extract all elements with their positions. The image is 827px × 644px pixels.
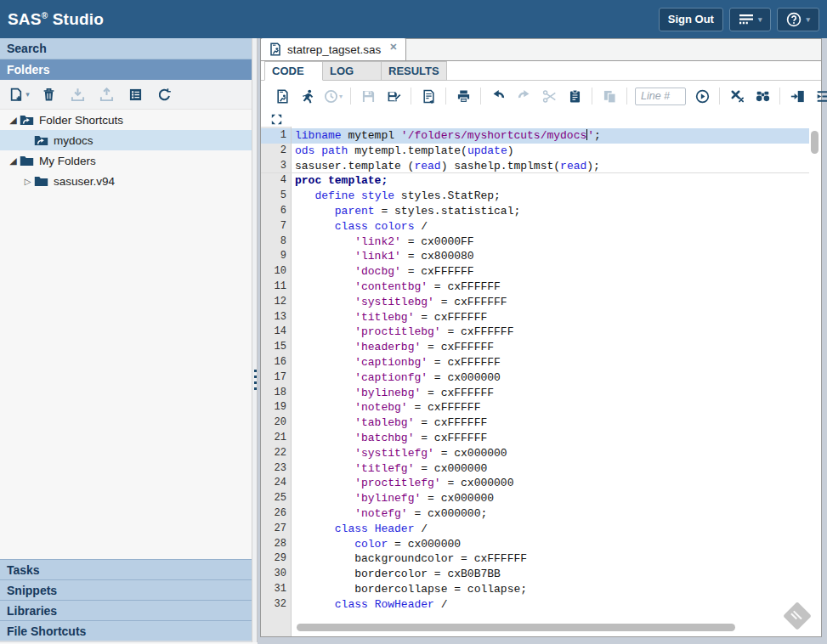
print-button[interactable] [450, 84, 476, 108]
new-item-button[interactable]: ▾ [5, 82, 34, 106]
undo-icon [491, 89, 506, 104]
line-number: 6 [261, 204, 292, 219]
shortcut-folder-icon [20, 114, 34, 127]
format-code-icon [816, 89, 827, 104]
vertical-scrollbar [811, 129, 819, 618]
code-line: 13 'titlebg' = cxFFFFFF [261, 310, 809, 325]
program-summary-button[interactable] [416, 84, 441, 108]
folders-toolbar: ▾ [0, 80, 252, 110]
tree-expanded-caret-icon[interactable]: ◢ [7, 115, 20, 126]
toolbar-separator [480, 88, 481, 105]
find-replace-icon [756, 89, 770, 104]
cut-icon [542, 89, 557, 104]
line-number: 14 [261, 325, 292, 340]
code-line: 14 'proctitlebg' = cxFFFFFF [261, 325, 809, 340]
line-number: 21 [261, 431, 292, 446]
code-text: class colors / [292, 219, 809, 234]
run-button[interactable] [295, 84, 320, 108]
sidebar-section-snippets[interactable]: Snippets [0, 579, 252, 600]
tree-item-mydocs[interactable]: mydocs [0, 130, 252, 150]
tree-collapsed-caret-icon[interactable]: ▷ [21, 177, 34, 186]
go-to-line-button[interactable] [689, 84, 715, 108]
sas-studio-window: SAS® Studio Sign Out ▾ ▾ Search Folders … [0, 0, 827, 644]
delete-button[interactable] [34, 82, 63, 106]
code-line: 31 bordercollapse = collapse; [261, 582, 809, 597]
code-editor[interactable]: 1libname mytempl '/folders/myshortcuts/m… [261, 127, 821, 636]
format-code-button[interactable] [810, 84, 827, 108]
close-tab-icon[interactable]: ✕ [389, 42, 397, 53]
code-line: 20 'tablebg' = cxFFFFFF [261, 415, 809, 431]
go-to-line-icon [695, 89, 710, 104]
code-line: 17 'captionfg' = cx000000 [261, 370, 809, 386]
new-program-button[interactable] [269, 84, 295, 108]
properties-button[interactable] [121, 82, 150, 106]
vertical-scrollbar-thumb[interactable] [811, 131, 819, 154]
refresh-button[interactable] [150, 82, 178, 106]
sidebar-section-tasks[interactable]: Tasks [0, 559, 252, 579]
tab-code[interactable]: CODE [264, 61, 323, 81]
paste-button[interactable] [562, 84, 587, 108]
code-line: 3sasuser.template (read) sashelp.tmplmst… [261, 159, 809, 174]
code-text: sasuser.template (read) sashelp.tmplmst(… [292, 159, 809, 173]
line-number: 30 [261, 567, 292, 582]
help-button[interactable]: ▾ [777, 8, 819, 31]
code-text: 'link2' = cx0000FF [292, 234, 809, 250]
code-line: 16 'captionbg' = cxFFFFFF [261, 355, 809, 370]
code-line: 27 class Header / [261, 522, 809, 537]
line-number: 17 [261, 370, 292, 386]
line-number: 29 [261, 551, 292, 567]
sidebar-empty-space [0, 191, 252, 559]
download-icon [71, 88, 85, 102]
clear-code-button[interactable] [724, 84, 750, 108]
line-number: 1 [261, 128, 292, 144]
line-number: 16 [261, 355, 292, 370]
line-number: 8 [261, 234, 292, 250]
code-text: 'titlebg' = cxFFFFFF [292, 310, 809, 325]
goto-region-button[interactable] [785, 84, 810, 108]
code-line: 5 define style styles.StatRep; [261, 189, 809, 204]
code-text: 'notebg' = cxFFFFFF [292, 400, 809, 415]
sidebar-sections-collapsed: TasksSnippetsLibrariesFile Shortcuts [0, 559, 252, 641]
tab-log[interactable]: LOG [323, 61, 382, 81]
tree-expanded-caret-icon[interactable]: ◢ [7, 155, 20, 167]
tree-item-folder-shortcuts[interactable]: ◢Folder Shortcuts [0, 110, 252, 130]
save-as-button[interactable] [381, 84, 406, 108]
code-text: proc template; [292, 173, 809, 189]
code-text: 'contentbg' = cxFFFFFF [292, 280, 809, 295]
line-number: 25 [261, 491, 292, 506]
line-number-input[interactable] [635, 88, 686, 105]
tree-item-sasuser-v94[interactable]: ▷sasuser.v94 [0, 171, 252, 191]
code-text: libname mytempl '/folders/myshortcuts/my… [292, 128, 809, 144]
tree-item-label: My Folders [39, 155, 96, 167]
sidebar-section-folders[interactable]: Folders [0, 59, 252, 80]
toolbar-separator [779, 88, 780, 105]
cut-button [536, 84, 562, 108]
document-tab[interactable]: statrep_tagset.sas ✕ [261, 38, 406, 60]
code-line: 26 'notefg' = cx000000; [261, 506, 809, 522]
sidebar-section-libraries[interactable]: Libraries [0, 600, 252, 620]
tree-item-my-folders[interactable]: ◢My Folders [0, 150, 252, 171]
toolbar-separator [411, 88, 411, 105]
code-text: 'systitlefg' = cx000000 [292, 446, 809, 461]
code-text: 'systitlebg' = cxFFFFFF [292, 295, 809, 310]
sign-out-button[interactable]: Sign Out [659, 8, 723, 31]
new-item-icon [9, 88, 24, 102]
undo-button[interactable] [485, 84, 511, 108]
tab-results[interactable]: RESULTS [382, 61, 447, 81]
code-line: 19 'notebg' = cxFFFFFF [261, 400, 809, 415]
find-replace-button[interactable] [750, 84, 775, 108]
program-editor-panel: CODE LOG RESULTS ▾ 1libname mytempl '/fo… [260, 60, 822, 637]
horizontal-scrollbar-thumb[interactable] [297, 624, 735, 631]
line-number: 12 [261, 295, 292, 310]
sidebar-section-file-shortcuts[interactable]: File Shortcuts [0, 620, 252, 641]
folder-icon [34, 175, 48, 188]
line-number: 28 [261, 537, 292, 552]
line-number: 11 [261, 280, 292, 295]
save-button [355, 84, 381, 108]
app-title: SAS® Studio [8, 10, 104, 29]
shortcut-folder-icon [34, 134, 48, 147]
sidebar-section-search[interactable]: Search [0, 38, 252, 59]
maximize-view-button[interactable] [271, 112, 285, 126]
application-menu-button[interactable]: ▾ [729, 8, 772, 31]
code-text: color = cx000000 [292, 537, 809, 552]
